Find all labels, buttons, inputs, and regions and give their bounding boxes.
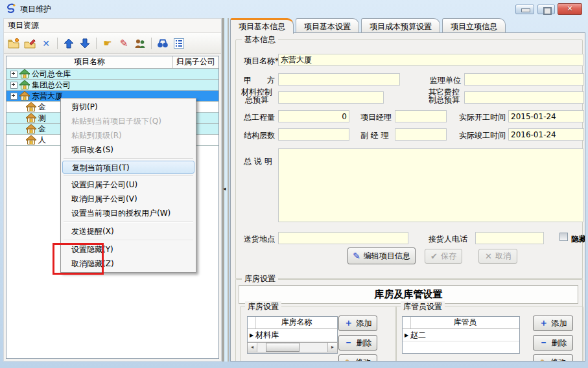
rooms-column-header: 库房名称 [256,317,337,328]
total-quantity-input[interactable] [278,110,349,122]
edit-folder-icon [24,38,36,49]
total-quantity-label: 总工程量 [244,112,275,123]
tab-basic-info[interactable]: 项目基本信息 [230,18,294,34]
minimize-button[interactable] [515,5,534,14]
material-budget-label-line2: 总预算 [245,95,268,104]
basic-info-group-label: 基本信息 [242,34,278,45]
supervision-unit-input[interactable] [464,73,584,86]
party-a-input[interactable] [278,73,400,86]
tree-item-label: 金 [38,124,46,135]
close-icon: ✕ [567,5,572,13]
rooms-add-button[interactable]: ＋ 添加 [338,316,377,331]
list-view-button[interactable] [172,37,185,50]
tree-item-company-warehouse[interactable]: 公司总仓库 [6,69,218,80]
hand-select-button[interactable]: ☛ [101,37,114,50]
scroll-left-arrow-icon[interactable]: ◂ [248,343,257,352]
pencil-icon: ✎ [120,38,128,49]
orange-house-icon [26,135,36,144]
delivery-place-input[interactable] [278,232,408,244]
maximize-button[interactable] [537,5,555,14]
warehouse-group-label: 库房设置 [242,273,278,284]
detail-tab-bar: 项目基本信息 项目基本设置 项目成本预算设置 项目立项信息 [230,18,506,33]
project-manager-input[interactable] [395,110,447,122]
plus-icon: ＋ [344,317,353,329]
scrollbar-thumb[interactable] [266,343,300,352]
menu-separator [64,222,193,223]
move-up-button[interactable] [62,37,75,50]
new-folder-icon [8,38,19,49]
edit-project-info-button[interactable]: ✎ 编辑项目信息 [347,247,416,264]
maximize-icon [543,7,552,15]
menu-item-cut[interactable]: 剪切(P) [62,100,194,114]
receiver-phone-input[interactable] [475,232,544,244]
expand-plus-icon[interactable] [10,71,18,78]
menu-item-copy-current[interactable]: 复制当前项目(T) [62,161,194,174]
deputy-manager-input[interactable] [395,128,447,141]
actual-start-date-input[interactable] [508,110,584,122]
collapse-left-icon[interactable]: ◂ [223,185,226,192]
rooms-remove-label: 删除 [357,338,372,349]
close-button[interactable]: ✕ [558,3,582,15]
keepers-modify-button[interactable]: ✎ 修改 [533,354,573,362]
menu-item-set-subsidiary[interactable]: 设置归属子公司(U) [62,178,194,192]
rename-button[interactable]: ✎ [117,37,130,50]
cancel-button[interactable]: ✕ 取消 [478,249,517,264]
material-budget-label: 材料控制 总预算 [241,88,272,104]
tree-item-label: 东营大厦 [32,91,63,102]
rooms-remove-button[interactable]: － 删除 [338,335,377,351]
menu-item-unset-subsidiary[interactable]: 取消归属子公司(V) [62,192,194,206]
expand-plus-icon[interactable] [10,82,18,89]
search-button[interactable] [156,37,169,50]
actual-start-label: 实际开工时间 [459,112,506,123]
current-row-marker-icon: ▶ [248,332,255,338]
toolbar-separator [96,38,97,49]
tab-project-approval-info[interactable]: 项目立项信息 [442,18,506,34]
tree-item-label: 金 [38,102,46,113]
edit-folder-button[interactable] [23,37,36,50]
rooms-grid-row[interactable]: ▶ 材料库 [248,329,337,341]
panel-splitter[interactable]: ◂ [222,18,229,362]
project-name-input[interactable] [278,54,583,66]
keepers-add-label: 添加 [552,318,567,329]
row-marker-column [403,317,411,328]
keepers-grid-row[interactable]: ▶ 赵二 [403,329,519,341]
rooms-add-label: 添加 [357,318,372,329]
window-title: 项目维护 [20,4,51,15]
delivery-place-label: 送货地点 [244,234,275,245]
save-button-label: 保存 [441,251,456,262]
new-folder-button[interactable] [7,37,20,50]
move-down-button[interactable] [78,37,91,50]
column-project-name[interactable]: 项目名称 [6,56,173,68]
orange-house-icon [26,113,36,122]
project-manager-label: 项目经理 [360,112,392,123]
rooms-horizontal-scrollbar[interactable]: ◂ ▸ [247,342,338,352]
keepers-add-button[interactable]: ＋ 添加 [533,316,573,331]
hide-checkbox[interactable] [559,233,568,241]
scroll-right-arrow-icon[interactable]: ▸ [327,343,337,352]
tab-basic-settings[interactable]: 项目基本设置 [296,18,359,34]
summary-textarea[interactable] [278,148,583,222]
keepers-remove-button[interactable]: － 删除 [533,335,573,351]
save-button[interactable]: ✔ 保存 [425,249,462,264]
other-budget-input[interactable] [464,91,584,104]
minus-icon: － [539,337,548,349]
keeper-name-cell: 赵二 [410,330,426,341]
menu-item-rename[interactable]: 项目改名(S) [62,143,194,157]
menu-item-send-reminder[interactable]: 发送提醒(X) [62,224,194,238]
column-subsidiary[interactable]: 归属子公司 [173,56,218,68]
tree-item-group-company[interactable]: 集团总公司 [6,80,218,91]
expand-plus-icon[interactable] [10,93,18,100]
actual-finish-date-input[interactable] [508,128,584,141]
rooms-modify-button[interactable]: ✎ 修改 [338,354,377,362]
material-budget-input[interactable] [278,91,384,104]
party-a-label: 甲 方 [244,75,275,86]
users-button[interactable] [134,37,147,50]
keepers-grid-header: 库管员 [403,317,519,329]
structure-floors-input[interactable] [278,128,349,141]
tab-cost-budget-settings[interactable]: 项目成本预算设置 [361,18,440,34]
minimize-icon [521,8,530,12]
orange-house-icon [26,124,36,133]
menu-item-set-auth-users[interactable]: 设置当前项目的授权用户(W) [62,206,194,220]
orange-house-icon [26,102,36,111]
delete-button[interactable]: ✕ [40,37,53,50]
